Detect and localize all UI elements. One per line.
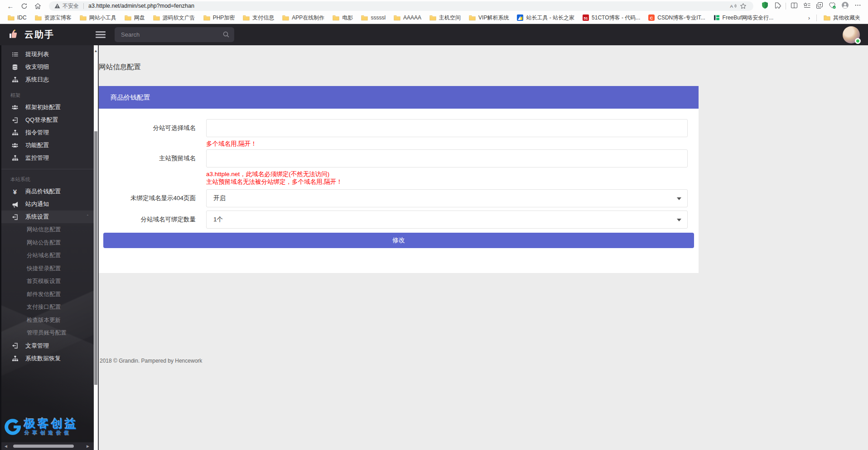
- bookmark-item[interactable]: 源码软文广告: [149, 12, 199, 23]
- watermark-logo-icon: [3, 417, 22, 438]
- sidebar-horizontal-scrollbar[interactable]: ◄ ►: [1, 442, 94, 450]
- sidebar-item[interactable]: ¥ 商品价钱配置: [1, 185, 94, 198]
- page-title: 网站信息配置: [99, 62, 141, 72]
- bookmark-item[interactable]: sssssl: [357, 12, 390, 23]
- back-icon[interactable]: ←: [5, 1, 16, 11]
- toolbar-button[interactable]: [852, 1, 863, 11]
- sidebar-item[interactable]: 系统设置 ˆ: [1, 211, 94, 223]
- bookmark-item[interactable]: PHP加密: [199, 12, 239, 23]
- horizontal-scroll-thumb[interactable]: [13, 445, 74, 448]
- sidebar-subitem[interactable]: 邮件发信配置: [1, 288, 94, 301]
- fav-csdn-icon: C: [648, 14, 655, 21]
- bookmark-item[interactable]: 电影: [328, 12, 357, 23]
- bookmark-item[interactable]: 站长工具 - 站长之家: [513, 12, 579, 23]
- bookmark-item[interactable]: 支付信息: [239, 12, 278, 23]
- toolbar-button[interactable]: [801, 1, 813, 11]
- bookmark-item[interactable]: 网站小工具: [76, 12, 121, 23]
- sidebar-item[interactable]: 系统日志: [1, 73, 94, 86]
- read-aloud-icon[interactable]: A: [728, 3, 738, 9]
- show-404-select[interactable]: 开启: [206, 189, 688, 207]
- sidebar-item[interactable]: 框架初始配置: [1, 101, 94, 114]
- folder-icon: [8, 15, 14, 21]
- main-content: 网站信息配置 商品价钱配置 分站可选择域名 多个域名用,隔开！ 主站预留域名: [99, 45, 868, 450]
- app-title: 云助手: [24, 29, 54, 41]
- sidebar: 提现列表 收支明细 系统日志 框架 框架初始配置 QQ登录配置: [0, 45, 94, 450]
- folder-icon: [203, 15, 210, 21]
- refresh-icon[interactable]: [18, 1, 30, 11]
- sidebar-item[interactable]: 功能配置: [1, 139, 94, 152]
- home-icon[interactable]: [32, 1, 43, 11]
- bookmark-item[interactable]: 资源宝博客: [31, 12, 76, 23]
- sidebar-subitem[interactable]: 管理员账号配置: [1, 326, 94, 340]
- folder-icon: [361, 15, 368, 21]
- sidebar-item[interactable]: 指令管理: [1, 126, 94, 139]
- card-title: 商品价钱配置: [111, 93, 150, 102]
- scroll-right-arrow-icon[interactable]: ►: [86, 444, 90, 449]
- sidebar-item[interactable]: 监控管理: [1, 152, 94, 164]
- subsite-domains-input[interactable]: [206, 119, 688, 137]
- search-input[interactable]: [115, 27, 234, 42]
- bookmark-item[interactable]: VIP解析系统: [465, 12, 513, 23]
- sidebar-subitem[interactable]: 网站公告配置: [1, 236, 94, 249]
- folder-icon: [469, 15, 476, 21]
- help-text: 多个域名用,隔开！: [206, 140, 688, 148]
- bindable-domain-count-select[interactable]: 1个: [206, 211, 688, 229]
- toolbar-button[interactable]: [814, 1, 825, 11]
- more-icon: [854, 2, 861, 10]
- search-icon[interactable]: [222, 31, 230, 40]
- bookmark-item[interactable]: 主机空间: [425, 12, 465, 23]
- sidebar-subitem[interactable]: 首页模板设置: [1, 275, 94, 288]
- sidebar-vertical-scrollbar[interactable]: ▲: [94, 45, 99, 450]
- sidebar-subitem[interactable]: 检查版本更新: [1, 314, 94, 327]
- sidebar-item[interactable]: QQ登录配置: [1, 114, 94, 126]
- app-topbar: 云助手: [0, 24, 868, 45]
- bookmark-item[interactable]: AAAAA: [390, 12, 425, 23]
- favorites-list-icon: [803, 2, 810, 10]
- sidebar-item[interactable]: 系统数据恢复: [1, 352, 94, 365]
- sidebar-subitem[interactable]: 支付接口配置: [1, 301, 94, 314]
- toolbar-button[interactable]: [772, 1, 783, 11]
- sidebar-item[interactable]: 收支明细: [1, 61, 94, 73]
- folder-icon: [824, 15, 830, 21]
- bookmark-item[interactable]: 51 51CTO博客 - 代码...: [579, 12, 644, 23]
- toolbar-button[interactable]: [839, 1, 851, 11]
- bookmark-item[interactable]: C CSDN博客-专业IT...: [644, 12, 709, 23]
- bookmark-item[interactable]: 网盘: [121, 12, 149, 23]
- split-screen-icon: [791, 2, 798, 10]
- form-row: 分站域名可绑定数量 1个: [99, 211, 699, 229]
- user-avatar[interactable]: [843, 26, 860, 43]
- submit-button[interactable]: 修改: [103, 233, 694, 248]
- security-chip[interactable]: 不安全: [54, 2, 79, 10]
- svg-text:A: A: [730, 4, 733, 9]
- field-label: 主站预留域名: [99, 149, 196, 186]
- brand: 云助手: [0, 28, 93, 42]
- add-favorite-star-icon[interactable]: [738, 3, 748, 10]
- fav-51cto-icon: 51: [583, 14, 589, 21]
- database-icon: [10, 64, 19, 71]
- bookmark-item[interactable]: FreeBuf网络安全行...: [709, 12, 778, 23]
- extensions-icon: [774, 2, 781, 10]
- profile-icon: [841, 1, 849, 10]
- menu-hamburger-icon[interactable]: [96, 31, 106, 38]
- scroll-up-arrow-icon[interactable]: ▲: [94, 49, 98, 53]
- other-favorites-folder[interactable]: 其他收藏夹: [820, 12, 864, 23]
- address-divider: [83, 3, 84, 9]
- bookmarks-overflow-chevron[interactable]: ›: [805, 14, 814, 21]
- toolbar-button[interactable]: [826, 1, 838, 11]
- toolbar-divider: [786, 3, 786, 10]
- sidebar-item[interactable]: 提现列表: [1, 48, 94, 61]
- bookmark-item[interactable]: APP在线制作: [278, 12, 328, 23]
- scroll-left-arrow-icon[interactable]: ◄: [4, 444, 8, 449]
- sidebar-subitem[interactable]: 网站信息配置: [1, 223, 94, 236]
- sidebar-subitem[interactable]: 分站域名配置: [1, 249, 94, 262]
- toolbar-button[interactable]: [788, 1, 800, 11]
- address-bar[interactable]: 不安全 a3.httple.net/admin/set.php?mod=fenz…: [49, 1, 753, 11]
- vertical-scroll-thumb[interactable]: [94, 131, 97, 385]
- sidebar-item[interactable]: 文章管理: [1, 340, 94, 352]
- bookmark-item[interactable]: IDC: [4, 12, 31, 23]
- toolbar-button[interactable]: [759, 1, 771, 11]
- sidebar-item[interactable]: 站内通知: [1, 198, 94, 211]
- url-text: a3.httple.net/admin/set.php?mod=fenzhan: [88, 3, 194, 9]
- main-reserved-domain-input[interactable]: [206, 149, 688, 168]
- sidebar-subitem[interactable]: 快捷登录配置: [1, 262, 94, 275]
